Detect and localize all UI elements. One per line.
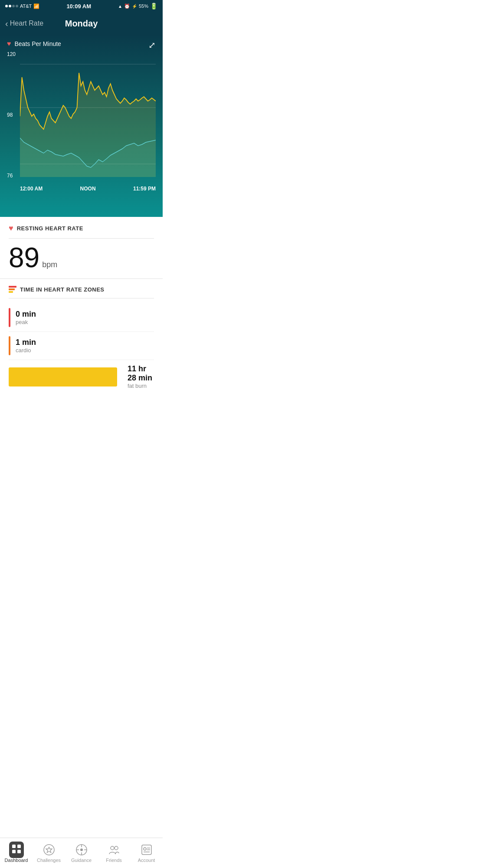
- back-label: Heart Rate: [10, 20, 43, 27]
- status-bar: AT&T 📶 10:09 AM ▲ ⏰ ⚡ 55% 🔋: [0, 0, 163, 12]
- chart-wrapper: 120 98 76 12:00 AM NOON: [7, 51, 156, 194]
- expand-button[interactable]: ⤢: [148, 40, 156, 50]
- resting-header: ♥ RESTING HEART RATE: [9, 224, 154, 233]
- wifi-icon: 📶: [33, 3, 39, 9]
- resting-heart-icon: ♥: [9, 224, 13, 233]
- chart-legend: ♥ Beats Per Minute: [7, 40, 156, 48]
- cardio-value: 1 min: [16, 338, 36, 347]
- status-right: ▲ ⏰ ⚡ 55% 🔋: [118, 3, 157, 10]
- fatburn-bar: [9, 367, 117, 387]
- resting-value-display: 89 bpm: [9, 244, 154, 272]
- zone-bar-orange: [9, 288, 15, 290]
- cardio-indicator: [9, 336, 10, 355]
- carrier-label: AT&T: [20, 3, 32, 9]
- back-button[interactable]: ‹ Heart Rate: [5, 19, 43, 28]
- fatburn-name: fat burn: [128, 383, 154, 389]
- clock: 10:09 AM: [66, 3, 91, 10]
- y-label-76: 76: [7, 173, 16, 179]
- cardio-name: cardio: [16, 347, 36, 354]
- peak-info: 0 min peak: [16, 310, 36, 325]
- status-left: AT&T 📶: [5, 3, 39, 9]
- zone-cardio: 1 min cardio: [9, 332, 154, 360]
- zones-divider: [9, 298, 154, 298]
- heart-icon: ♥: [7, 40, 11, 48]
- chart-y-labels: 120 98 76: [7, 51, 16, 194]
- chart-x-labels: 12:00 AM NOON 11:59 PM: [20, 183, 156, 194]
- zone-bar-yellow: [9, 291, 13, 293]
- zones-bars-icon: [9, 286, 16, 293]
- cardio-info: 1 min cardio: [16, 338, 36, 354]
- signal-dots: [5, 5, 18, 7]
- resting-title: RESTING HEART RATE: [17, 225, 83, 232]
- zone-fatburn: 11 hr 28 min fat burn: [9, 360, 154, 393]
- peak-name: peak: [16, 319, 36, 325]
- x-label-start: 12:00 AM: [20, 186, 43, 192]
- x-label-end: 11:59 PM: [133, 186, 156, 192]
- fatburn-info: 11 hr 28 min fat burn: [128, 364, 154, 389]
- content-area: ♥ RESTING HEART RATE 89 bpm TIME IN HEAR…: [0, 217, 163, 400]
- battery-percent: 55%: [139, 3, 148, 9]
- zone-peak: 0 min peak: [9, 304, 154, 332]
- y-label-98: 98: [7, 112, 16, 118]
- zone-bar-red: [9, 286, 16, 288]
- alarm-icon: ⏰: [124, 3, 130, 9]
- legend-text: Beats Per Minute: [15, 40, 61, 47]
- resting-divider: [9, 238, 154, 239]
- heart-rate-chart: ♥ Beats Per Minute ⤢ 120 98 76: [0, 35, 163, 217]
- page-title: Monday: [65, 19, 98, 29]
- dot-1: [5, 5, 8, 7]
- fatburn-value: 11 hr 28 min: [128, 364, 154, 383]
- battery-icon: 🔋: [150, 3, 157, 10]
- bluetooth-icon: ⚡: [132, 4, 137, 9]
- header: ‹ Heart Rate Monday: [0, 12, 163, 35]
- zones-header: TIME IN HEART RATE ZONES: [9, 286, 154, 293]
- zones-section: TIME IN HEART RATE ZONES 0 min peak 1 mi…: [0, 279, 163, 400]
- chart-svg-area: [20, 51, 156, 177]
- dot-3: [12, 5, 15, 7]
- y-label-120: 120: [7, 51, 16, 57]
- peak-indicator: [9, 308, 10, 327]
- peak-value: 0 min: [16, 310, 36, 319]
- x-label-noon: NOON: [80, 186, 96, 192]
- spacer: [0, 400, 163, 431]
- dot-4: [16, 5, 18, 7]
- location-icon: ▲: [118, 4, 122, 9]
- resting-unit: bpm: [42, 260, 57, 269]
- dot-2: [9, 5, 11, 7]
- resting-bpm-value: 89: [9, 244, 39, 272]
- resting-heart-rate-section: ♥ RESTING HEART RATE 89 bpm: [0, 217, 163, 279]
- back-chevron-icon: ‹: [5, 19, 8, 28]
- zones-title: TIME IN HEART RATE ZONES: [20, 286, 104, 293]
